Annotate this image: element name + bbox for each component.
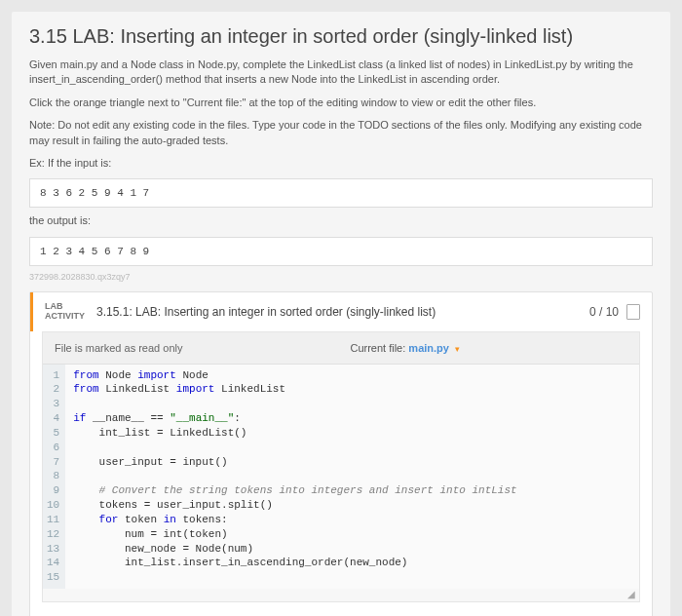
lab-badge: LAB ACTIVITY — [45, 302, 85, 322]
intro-para-3: Note: Do not edit any existing code in t… — [29, 118, 653, 148]
mode-bar: Develop mode Submit mode Run your progra… — [30, 612, 652, 616]
example-output-box: 1 2 3 4 5 6 7 8 9 — [29, 237, 653, 266]
file-dropdown-icon[interactable]: ▾ — [455, 344, 460, 354]
current-file-name: main.py — [408, 342, 449, 354]
code-editor: File is marked as read only Current file… — [42, 331, 640, 603]
tracking-code: 372998.2028830.qx3zqy7 — [29, 272, 653, 282]
current-file-label: Current file: — [350, 342, 405, 354]
page-title: 3.15 LAB: Inserting an integer in sorted… — [29, 25, 653, 48]
line-gutter: 123456789101112131415 — [43, 365, 65, 590]
editor-topbar: File is marked as read only Current file… — [43, 332, 639, 365]
intro-para-1: Given main.py and a Node class in Node.p… — [29, 58, 653, 88]
example-input-label: Ex: If the input is: — [29, 156, 653, 171]
score-text: 0 / 10 — [589, 305, 619, 319]
activity-header: LAB ACTIVITY 3.15.1: LAB: Inserting an i… — [30, 292, 652, 331]
resize-handle-icon[interactable]: ◢ — [43, 589, 639, 601]
lab-activity-card: LAB ACTIVITY 3.15.1: LAB: Inserting an i… — [29, 291, 653, 616]
readonly-label: File is marked as read only — [55, 342, 182, 354]
lab-badge-line2: ACTIVITY — [45, 312, 85, 322]
example-output-label: the output is: — [29, 213, 653, 228]
activity-title: 3.15.1: LAB: Inserting an integer in sor… — [96, 305, 589, 319]
score-box-icon — [626, 304, 640, 320]
current-file-selector[interactable]: Current file: main.py ▾ — [182, 342, 627, 354]
example-input-box: 8 3 6 2 5 9 4 1 7 — [29, 178, 653, 208]
code-content: from Node import Nodefrom LinkedList imp… — [65, 365, 524, 590]
score-display: 0 / 10 — [589, 304, 640, 320]
code-area: 123456789101112131415 from Node import N… — [43, 365, 639, 590]
intro-para-2: Click the orange triangle next to "Curre… — [29, 96, 653, 110]
